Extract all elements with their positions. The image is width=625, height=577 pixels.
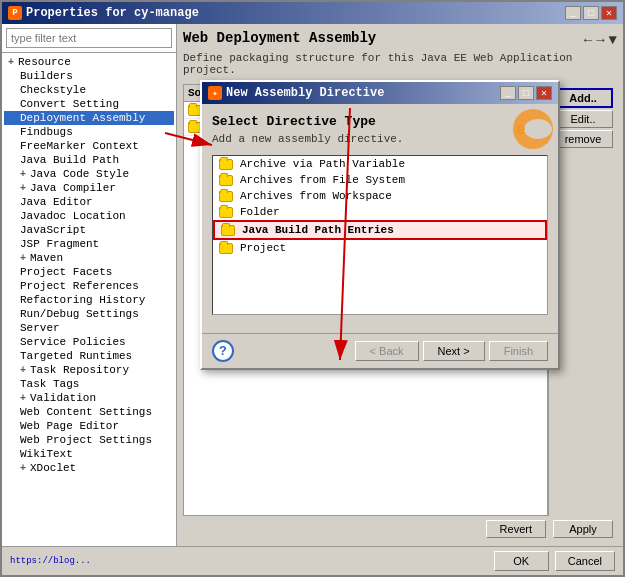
directive-list: Archive via Path Variable Archives from …: [212, 155, 548, 315]
modal-icon: ✦: [208, 86, 222, 100]
next-button[interactable]: Next >: [423, 341, 485, 361]
modal-title-left: ✦ New Assembly Directive: [208, 86, 384, 100]
directive-label: Folder: [240, 206, 280, 218]
directive-label: Archives from Workspace: [240, 190, 392, 202]
modal-description: Add a new assembly directive.: [212, 133, 548, 145]
folder-icon: [219, 191, 233, 202]
modal-section-title: Select Directive Type: [212, 114, 548, 129]
directive-label: Archives from File System: [240, 174, 405, 186]
modal-close-btn[interactable]: ✕: [536, 86, 552, 100]
help-button[interactable]: ?: [212, 340, 234, 362]
eclipse-logo-icon: e: [508, 104, 558, 154]
modal-overlay: ✦ New Assembly Directive _ □ ✕ e: [0, 0, 625, 577]
modal-title-bar: ✦ New Assembly Directive _ □ ✕: [202, 82, 558, 104]
svg-point-1: [524, 119, 552, 139]
modal-title: New Assembly Directive: [226, 86, 384, 100]
folder-icon: [219, 175, 233, 186]
folder-icon: [221, 225, 235, 236]
directive-archive-file[interactable]: Archives from File System: [213, 172, 547, 188]
back-button[interactable]: < Back: [355, 341, 419, 361]
modal-nav-buttons: < Back Next > Finish: [355, 341, 548, 361]
finish-button[interactable]: Finish: [489, 341, 548, 361]
modal-maximize-btn[interactable]: □: [518, 86, 534, 100]
directive-label: Java Build Path Entries: [242, 224, 394, 236]
directive-archive-path[interactable]: Archive via Path Variable: [213, 156, 547, 172]
modal-body: e Select Directive Type Add a new assemb…: [202, 104, 558, 333]
main-window: P Properties for cy-manage _ □ ✕ Resourc…: [0, 0, 625, 577]
modal-title-buttons: _ □ ✕: [500, 86, 552, 100]
directive-java-build-path[interactable]: Java Build Path Entries: [213, 220, 547, 240]
directive-folder[interactable]: Folder: [213, 204, 547, 220]
folder-icon: [219, 243, 233, 254]
modal-window: ✦ New Assembly Directive _ □ ✕ e: [200, 80, 560, 370]
modal-footer: ? < Back Next > Finish: [202, 333, 558, 368]
directive-label: Archive via Path Variable: [240, 158, 405, 170]
modal-logo-area: e: [508, 104, 558, 154]
directive-project[interactable]: Project: [213, 240, 547, 256]
svg-text:e: e: [516, 121, 526, 139]
directive-archive-workspace[interactable]: Archives from Workspace: [213, 188, 547, 204]
folder-icon: [219, 207, 233, 218]
directive-label: Project: [240, 242, 286, 254]
modal-minimize-btn[interactable]: _: [500, 86, 516, 100]
folder-icon: [219, 159, 233, 170]
